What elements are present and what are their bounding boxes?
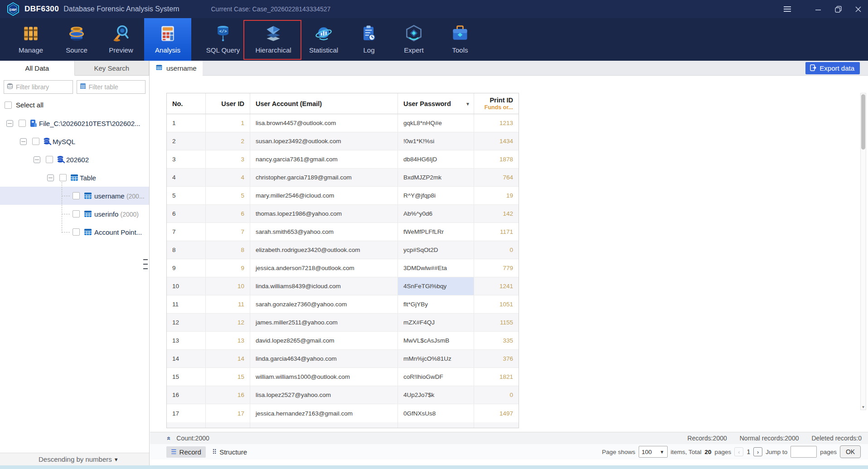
table-cell-password[interactable]: mZX#F4QJ — [398, 314, 474, 331]
table-cell-print_id[interactable]: 779 — [474, 259, 519, 277]
table-cell-no[interactable]: 9 — [167, 259, 206, 277]
table-cell-password[interactable]: 3DMDwlw##Eta — [398, 259, 474, 277]
table-row[interactable]: 11lisa.brown4457@outlook.comgqkL8*nHQ#e1… — [167, 114, 519, 132]
table-cell-password[interactable]: ycp#SqOt2D — [398, 241, 474, 259]
table-cell-password[interactable]: 4SnFeTGl%bqy — [398, 277, 474, 295]
table-cell-no[interactable]: 10 — [167, 277, 206, 295]
table-cell-email[interactable]: james.miller2511@yahoo.com — [250, 314, 398, 331]
tree-checkbox[interactable] — [19, 120, 26, 127]
tree-item-table-folder[interactable]: Table — [0, 169, 149, 187]
column-filter-dropdown-icon[interactable]: ▼ — [464, 100, 472, 107]
select-all-row[interactable]: Select all — [0, 97, 149, 111]
table-row[interactable]: 66thomas.lopez1986@yahoo.comAb%^y0d6142 — [167, 205, 519, 223]
table-cell-email[interactable]: nancy.garcia7361@gmail.com — [250, 150, 398, 168]
nav-expert[interactable]: Expert — [391, 18, 436, 61]
table-cell-email[interactable]: linda.garcia4634@yahoo.com — [250, 350, 398, 367]
table-cell-uid[interactable]: 15 — [206, 368, 250, 386]
table-cell-email[interactable]: mary.miller2546@icloud.com — [250, 187, 398, 204]
table-cell-no[interactable]: 5 — [167, 187, 206, 204]
tree-item-userinfo[interactable]: userinfo (2000) — [0, 205, 149, 223]
table-cell-password[interactable]: coR!IhioGwDF — [398, 368, 474, 386]
table-cell-password[interactable]: db84HG6IjD — [398, 150, 474, 168]
vertical-scrollbar[interactable]: ▼ — [860, 93, 866, 410]
table-cell-password[interactable]: mMn%jcO%81Uz — [398, 350, 474, 367]
table-cell-print_id[interactable]: 1171 — [474, 223, 519, 241]
table-cell-uid[interactable]: 3 — [206, 150, 250, 168]
collapse-icon[interactable] — [20, 138, 27, 145]
table-cell-password[interactable]: BxdMJZP2mk — [398, 169, 474, 186]
collapse-icon[interactable] — [6, 120, 13, 127]
table-cell-uid[interactable]: 14 — [206, 350, 250, 367]
table-cell-uid[interactable]: 2 — [206, 132, 250, 150]
table-cell-password[interactable]: 4Up2Jo7$k — [398, 386, 474, 404]
table-cell-no[interactable]: 15 — [167, 368, 206, 386]
table-cell-print_id[interactable]: 764 — [474, 169, 519, 186]
jump-to-input[interactable] — [790, 446, 817, 458]
nav-preview[interactable]: Preview — [98, 18, 144, 61]
table-cell-uid[interactable]: 8 — [206, 241, 250, 259]
table-cell-uid[interactable]: 7 — [206, 223, 250, 241]
export-data-button[interactable]: Export data — [805, 62, 860, 74]
table-cell-email[interactable]: thomas.lopez1986@yahoo.com — [250, 205, 398, 222]
table-row[interactable]: 1414linda.garcia4634@yahoo.commMn%jcO%81… — [167, 350, 519, 368]
table-cell-email[interactable]: susan.lopez3492@outlook.com — [250, 132, 398, 150]
tab-all-data[interactable]: All Data — [0, 61, 75, 76]
table-cell-print_id[interactable]: 0 — [474, 241, 519, 259]
table-cell-uid[interactable]: 16 — [206, 386, 250, 404]
table-cell-print_id[interactable]: 1051 — [474, 295, 519, 313]
table-row[interactable]: 1111sarah.gonzalez7360@yahoo.comflt*GjYB… — [167, 295, 519, 314]
nav-analysis[interactable]: Analysis — [144, 18, 191, 61]
column-header-printid[interactable]: Print ID Funds or... — [474, 93, 519, 114]
tab-username[interactable]: username — [150, 61, 203, 76]
tree-item-username[interactable]: username (200... — [0, 187, 149, 205]
filter-table-input[interactable] — [89, 83, 143, 91]
table-cell-no[interactable]: 3 — [167, 150, 206, 168]
tree-checkbox[interactable] — [32, 138, 39, 145]
close-button[interactable] — [848, 0, 868, 18]
column-header-userid[interactable]: User ID — [206, 93, 250, 114]
minimize-button[interactable] — [808, 0, 828, 18]
table-cell-email[interactable]: lisa.brown4457@outlook.com — [250, 114, 398, 132]
table-row[interactable]: 1616lisa.lopez2527@yahoo.com4Up2Jo7$k0 — [167, 386, 519, 404]
table-row[interactable]: 55mary.miller2546@icloud.comR^Y@jfqp8i19 — [167, 187, 519, 205]
column-header-no[interactable]: No. — [167, 93, 206, 114]
table-cell-password[interactable]: !0w1*K!%si — [398, 132, 474, 150]
collapse-up-icon[interactable]: « — [165, 436, 173, 440]
page-size-select[interactable]: 100 ▼ — [639, 446, 668, 458]
table-cell-password[interactable]: gqkL8*nHQ#e — [398, 114, 474, 132]
hamburger-menu-icon[interactable] — [777, 0, 797, 18]
table-cell-no[interactable]: 4 — [167, 169, 206, 186]
table-cell-email[interactable]: lisa.lopez2527@yahoo.com — [250, 386, 398, 404]
table-cell-password[interactable]: MwVL$cAsJsmB — [398, 332, 474, 349]
table-cell-no[interactable]: 17 — [167, 404, 206, 422]
tree-item-account-point[interactable]: Account Point... — [0, 223, 149, 241]
table-cell-uid[interactable]: 13 — [206, 332, 250, 349]
scrollbar-thumb[interactable] — [861, 94, 865, 150]
nav-source[interactable]: Source — [54, 18, 99, 61]
tree-checkbox[interactable] — [73, 210, 80, 218]
table-cell-email[interactable]: jessica.anderson7218@outlook.com — [250, 259, 398, 277]
restore-button[interactable] — [828, 0, 848, 18]
table-cell-no[interactable]: 6 — [167, 205, 206, 222]
table-cell-email[interactable]: jessica.hernandez7163@gmail.com — [250, 404, 398, 422]
table-cell-email[interactable]: william.williams1000@outlook.com — [250, 368, 398, 386]
tab-key-search[interactable]: Key Search — [75, 61, 150, 75]
table-row[interactable]: 1313david.lopez8265@gmail.comMwVL$cAsJsm… — [167, 332, 519, 350]
nav-statistical[interactable]: Statistical — [301, 18, 346, 61]
table-row[interactable]: 1212james.miller2511@yahoo.commZX#F4QJ11… — [167, 314, 519, 332]
table-cell-no[interactable]: 16 — [167, 386, 206, 404]
table-cell-no[interactable]: 8 — [167, 241, 206, 259]
table-cell-uid[interactable]: 17 — [206, 404, 250, 422]
scroll-down-arrow-icon[interactable]: ▼ — [861, 405, 866, 409]
table-cell-password[interactable]: R^Y@jfqp8i — [398, 187, 474, 204]
table-cell-no[interactable]: 11 — [167, 295, 206, 313]
table-row[interactable]: 99jessica.anderson7218@outlook.com3DMDwl… — [167, 259, 519, 277]
tree-item-file[interactable]: File_C:\20260210TEST\202602... — [0, 114, 149, 132]
table-cell-email[interactable]: christopher.garcia7189@gmail.com — [250, 169, 398, 186]
table-cell-print_id[interactable]: 19 — [474, 187, 519, 204]
table-row[interactable]: 33nancy.garcia7361@gmail.comdb84HG6IjD18… — [167, 150, 519, 169]
table-cell-email[interactable]: sarah.gonzalez7360@yahoo.com — [250, 295, 398, 313]
record-view-toggle[interactable]: ☰ Record — [166, 446, 206, 458]
table-cell-print_id[interactable]: 1213 — [474, 114, 519, 132]
table-cell-print_id[interactable]: 1497 — [474, 404, 519, 422]
